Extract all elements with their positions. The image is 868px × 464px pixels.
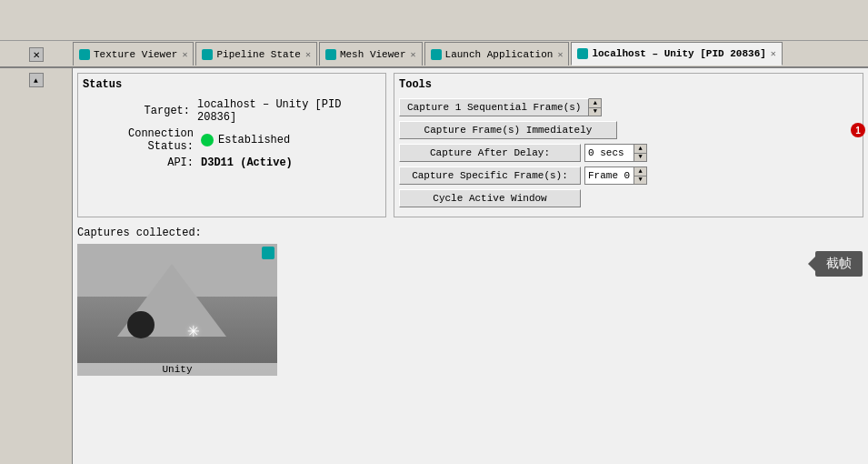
capture-specific-button[interactable]: Capture Specific Frame(s): bbox=[399, 166, 581, 185]
content-area: Status Target: localhost – Unity [PID 20… bbox=[73, 68, 868, 464]
tab-bar-close-area: ✕ bbox=[0, 41, 73, 68]
tab-close-pipeline-state[interactable]: ✕ bbox=[305, 49, 311, 60]
tab-texture-viewer[interactable]: Texture Viewer ✕ bbox=[73, 42, 194, 66]
status-api-value: D3D11 (Active) bbox=[201, 156, 293, 169]
status-connection-value: Established bbox=[218, 134, 290, 146]
thumb-corner-icon bbox=[262, 247, 274, 259]
thumb-label: Unity bbox=[77, 363, 277, 376]
capture-specific-down[interactable]: ▼ bbox=[634, 177, 646, 185]
scene-sun: ✳ bbox=[187, 318, 199, 343]
tab-close-localhost-unity[interactable]: ✕ bbox=[771, 48, 776, 59]
tab-icon-mesh-viewer bbox=[325, 49, 336, 60]
status-connection-row: Connection Status: Established bbox=[83, 127, 381, 153]
tab-icon-texture-viewer bbox=[79, 49, 90, 60]
captures-label: Captures collected: bbox=[77, 227, 863, 239]
capture-after-delay-spinner[interactable]: ▲ ▼ bbox=[584, 144, 647, 162]
tab-close-texture-viewer[interactable]: ✕ bbox=[182, 49, 187, 60]
capture-sequential-button[interactable]: Capture 1 Sequential Frame(s) bbox=[399, 98, 589, 116]
capture-specific-row: Capture Specific Frame(s): ▲ ▼ bbox=[399, 166, 858, 185]
tab-bar: ✕ Texture Viewer ✕ Pipeline State ✕ Mesh… bbox=[0, 41, 868, 68]
status-api-label: API: bbox=[83, 156, 201, 169]
capture-thumbnail[interactable]: ✳ Unity bbox=[77, 244, 277, 376]
capture-after-delay-arrows[interactable]: ▲ ▼ bbox=[634, 144, 647, 162]
capture-after-delay-down[interactable]: ▼ bbox=[634, 154, 646, 162]
capture-sequential-spinner[interactable]: ▲ ▼ bbox=[589, 98, 602, 116]
captures-section: Captures collected: ✳ Unity bbox=[73, 222, 868, 464]
connection-indicator bbox=[201, 134, 214, 146]
status-api-row: API: D3D11 (Active) bbox=[83, 156, 381, 169]
tooltip-arrow bbox=[808, 257, 815, 271]
tab-icon-localhost-unity bbox=[577, 48, 588, 59]
capture-after-delay-button[interactable]: Capture After Delay: bbox=[399, 144, 581, 162]
capture-immediately-button[interactable]: Capture Frame(s) Immediately bbox=[399, 121, 617, 139]
top-panels: Status Target: localhost – Unity [PID 20… bbox=[73, 68, 868, 222]
tools-title: Tools bbox=[399, 78, 858, 91]
tab-icon-launch-application bbox=[431, 49, 442, 60]
capture-tooltip: 截帧 bbox=[815, 251, 863, 277]
tab-close-mesh-viewer[interactable]: ✕ bbox=[411, 49, 416, 60]
capture-after-delay-input[interactable] bbox=[584, 144, 634, 162]
status-target-value: localhost – Unity [PID 20836] bbox=[197, 98, 381, 124]
capture-sequential-up[interactable]: ▲ bbox=[589, 99, 601, 108]
capture-specific-spinner[interactable]: ▲ ▼ bbox=[584, 166, 647, 185]
capture-sequential-arrows[interactable]: ▲ ▼ bbox=[589, 98, 602, 116]
capture-specific-input[interactable] bbox=[584, 166, 634, 185]
status-panel: Status Target: localhost – Unity [PID 20… bbox=[77, 73, 386, 217]
tab-launch-application[interactable]: Launch Application ✕ bbox=[424, 42, 570, 66]
capture-after-delay-row: Capture After Delay: ▲ ▼ bbox=[399, 144, 858, 162]
thumb-content: ✳ Unity bbox=[77, 244, 277, 376]
tab-icon-pipeline-state bbox=[202, 49, 213, 60]
capture-immediately-row: Capture Frame(s) Immediately 1 bbox=[399, 121, 858, 139]
status-title: Status bbox=[83, 78, 381, 91]
cycle-window-row: Cycle Active Window bbox=[399, 189, 858, 207]
tab-mesh-viewer[interactable]: Mesh Viewer ✕ bbox=[319, 42, 423, 66]
tools-panel: Tools Capture 1 Sequential Frame(s) ▲ ▼ … bbox=[394, 73, 863, 217]
capture-sequential-down[interactable]: ▼ bbox=[589, 108, 601, 116]
left-sidebar: ▲ bbox=[0, 68, 73, 464]
capture-specific-arrows[interactable]: ▲ ▼ bbox=[634, 166, 647, 185]
capture-sequential-row: Capture 1 Sequential Frame(s) ▲ ▼ bbox=[399, 98, 858, 116]
close-x-button[interactable]: ✕ bbox=[29, 47, 44, 62]
sidebar-scroll-up[interactable]: ▲ bbox=[29, 73, 44, 87]
main-area: ▲ Status Target: localhost – Unity [PID … bbox=[0, 68, 868, 464]
capture-specific-up[interactable]: ▲ bbox=[634, 167, 646, 177]
status-connection-label: Connection Status: bbox=[83, 127, 201, 153]
tab-localhost-unity[interactable]: localhost – Unity [PID 20836] ✕ bbox=[571, 42, 782, 66]
status-target-row: Target: localhost – Unity [PID 20836] bbox=[83, 98, 381, 124]
capture-after-delay-up[interactable]: ▲ bbox=[634, 145, 646, 154]
tab-close-launch-application[interactable]: ✕ bbox=[557, 49, 563, 60]
cycle-window-button[interactable]: Cycle Active Window bbox=[399, 189, 581, 207]
tab-pipeline-state[interactable]: Pipeline State ✕ bbox=[195, 42, 316, 66]
capture-immediately-badge: 1 bbox=[851, 123, 865, 137]
status-target-label: Target: bbox=[83, 105, 197, 117]
